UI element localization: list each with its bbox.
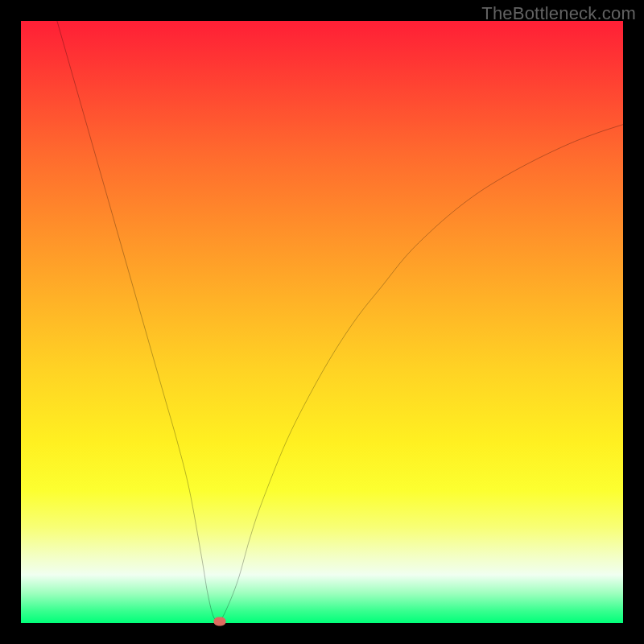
chart-frame: TheBottleneck.com (0, 0, 644, 644)
watermark-text: TheBottleneck.com (481, 3, 636, 24)
min-point-marker (213, 617, 225, 625)
plot-area (21, 21, 623, 623)
curve-svg (21, 21, 623, 623)
bottleneck-curve (57, 21, 623, 621)
